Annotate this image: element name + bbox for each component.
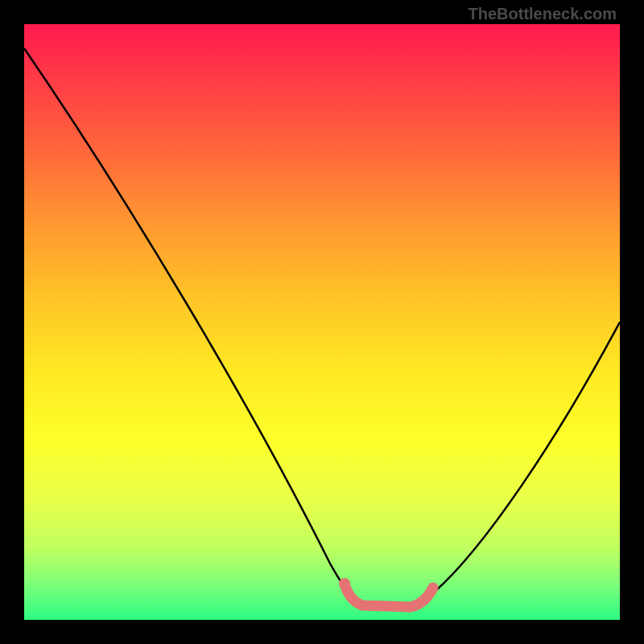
optimal-start-dot (339, 578, 350, 589)
plot-area (24, 24, 620, 620)
optimal-range-highlight (345, 584, 433, 607)
chart-frame: TheBottleneck.com (0, 0, 644, 644)
curve-svg (24, 24, 620, 620)
bottleneck-curve (24, 48, 620, 607)
attribution-text: TheBottleneck.com (469, 5, 617, 23)
